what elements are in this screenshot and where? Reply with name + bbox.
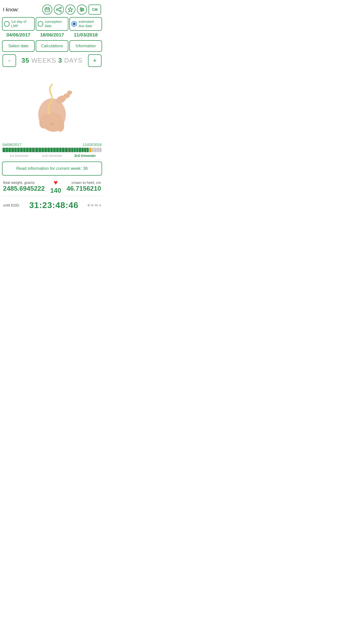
information-button[interactable]: Information xyxy=(69,40,102,52)
svg-marker-12 xyxy=(68,7,73,12)
radio-conception-circle xyxy=(38,21,43,27)
svg-line-10 xyxy=(58,8,60,9)
weeks-number: 35 xyxy=(22,57,29,64)
seg xyxy=(84,148,86,152)
seg xyxy=(3,148,5,152)
svg-point-9 xyxy=(60,11,61,12)
trimester-labels: 1st trimester 2nd trimester 3rd trimeste… xyxy=(3,154,102,158)
fetal-weight-label: fetal weight, grams xyxy=(3,180,35,185)
seg xyxy=(8,148,11,152)
minus-button[interactable]: - xyxy=(3,54,16,67)
radio-lmp-label: 1st day of LMP xyxy=(11,20,33,28)
seg xyxy=(59,148,62,152)
week-display: 35 WEEKS 3 DAYS xyxy=(16,57,88,64)
trimester3-segments xyxy=(69,148,102,152)
seg xyxy=(71,148,73,152)
heartbeat-cell: ♥ 140 xyxy=(50,179,61,194)
date-row: 04/06/2017 18/06/2017 11/03/2018 xyxy=(2,32,102,38)
seg xyxy=(86,148,89,152)
seg xyxy=(81,148,84,152)
days-number: 3 xyxy=(58,57,62,64)
svg-rect-6 xyxy=(48,10,49,10)
seg xyxy=(14,148,17,152)
progress-end-date: 11/03/2018 xyxy=(83,142,102,147)
timer-value: 31:23:48:46 xyxy=(29,200,78,210)
fetal-weight-value: 2485.6945222 xyxy=(3,185,45,192)
select-date-button[interactable]: Select date xyxy=(2,40,35,52)
svg-rect-5 xyxy=(47,10,48,10)
seg xyxy=(47,148,50,152)
seg xyxy=(44,148,47,152)
seg xyxy=(69,148,71,152)
unit-button[interactable]: CM xyxy=(88,5,101,15)
share-button[interactable] xyxy=(54,5,64,15)
fetal-weight-cell: fetal weight, grams 2485.6945222 xyxy=(3,180,45,192)
seg xyxy=(38,148,41,152)
seg xyxy=(17,148,20,152)
seg xyxy=(6,148,8,152)
crown-heel-label: crown to heel, cm xyxy=(71,180,101,185)
seg xyxy=(29,148,32,152)
radio-lmp[interactable]: 1st day of LMP xyxy=(2,17,35,31)
timer-unit: d: h: m: s xyxy=(88,203,101,207)
calendar-icon xyxy=(44,7,50,12)
timer-row: until EDD: 31:23:48:46 d: h: m: s xyxy=(2,198,102,212)
radio-conception[interactable]: conception date xyxy=(36,17,68,31)
progress-bar xyxy=(3,148,102,152)
header-icons: CM xyxy=(42,5,101,15)
radio-edd[interactable]: estimated due date xyxy=(69,17,102,31)
conception-date: 18/06/2017 xyxy=(36,32,68,38)
seg xyxy=(62,148,65,152)
seg xyxy=(56,148,59,152)
calendar-button[interactable] xyxy=(42,5,52,15)
t2-divider xyxy=(68,148,68,152)
calculations-button[interactable]: Calculations xyxy=(36,40,68,52)
svg-point-8 xyxy=(56,9,58,10)
seg xyxy=(53,148,56,152)
progress-area: 04/06/2017 11/03/2018 xyxy=(2,142,102,158)
star-button[interactable] xyxy=(65,5,75,15)
radio-edd-circle xyxy=(71,21,77,27)
seg xyxy=(65,148,68,152)
seg xyxy=(50,148,53,152)
trimester2-segments xyxy=(35,148,67,152)
progress-dates: 04/06/2017 11/03/2018 xyxy=(3,142,102,147)
seg xyxy=(20,148,23,152)
read-info-button[interactable]: Read information for current week: 36 xyxy=(2,162,102,176)
weeks-label: WEEKS xyxy=(31,57,58,64)
svg-point-29 xyxy=(42,113,52,126)
seg-gray xyxy=(94,148,96,152)
timer-label: until EDD: xyxy=(3,203,20,207)
fetus-area xyxy=(2,69,102,140)
trimester1-label: 1st trimester xyxy=(3,154,35,158)
seg xyxy=(76,148,78,152)
divider2 xyxy=(2,196,102,196)
seg xyxy=(35,148,38,152)
svg-point-25 xyxy=(67,91,72,95)
edd-date: 11/03/2018 xyxy=(69,32,102,38)
seg xyxy=(74,148,76,152)
action-row: Select date Calculations Information xyxy=(2,40,102,52)
svg-point-7 xyxy=(60,7,61,9)
crown-heel-cell: crown to heel, cm 46.7156210 xyxy=(67,180,101,192)
seg xyxy=(79,148,81,152)
heart-icon: ♥ xyxy=(54,179,58,187)
week-counter-row: - 35 WEEKS 3 DAYS + xyxy=(2,54,102,67)
radio-edd-label: estimated due date xyxy=(78,20,100,28)
settings-icon xyxy=(79,7,85,12)
svg-point-18 xyxy=(81,10,82,12)
seg-amber xyxy=(89,148,91,152)
header-row: I know: xyxy=(2,3,102,17)
radio-conception-label: conception date xyxy=(45,20,66,28)
plus-button[interactable]: + xyxy=(88,54,102,67)
svg-rect-4 xyxy=(46,10,47,10)
days-label: DAYS xyxy=(64,57,83,64)
star-icon xyxy=(68,7,73,12)
settings-button[interactable] xyxy=(77,5,87,15)
trimester1-segments xyxy=(3,148,34,152)
radio-row: 1st day of LMP conception date estimated… xyxy=(2,17,102,31)
svg-line-11 xyxy=(58,10,60,11)
fetus-image xyxy=(24,72,80,137)
t1-divider xyxy=(35,148,35,152)
crown-heel-value: 46.7156210 xyxy=(67,185,101,192)
